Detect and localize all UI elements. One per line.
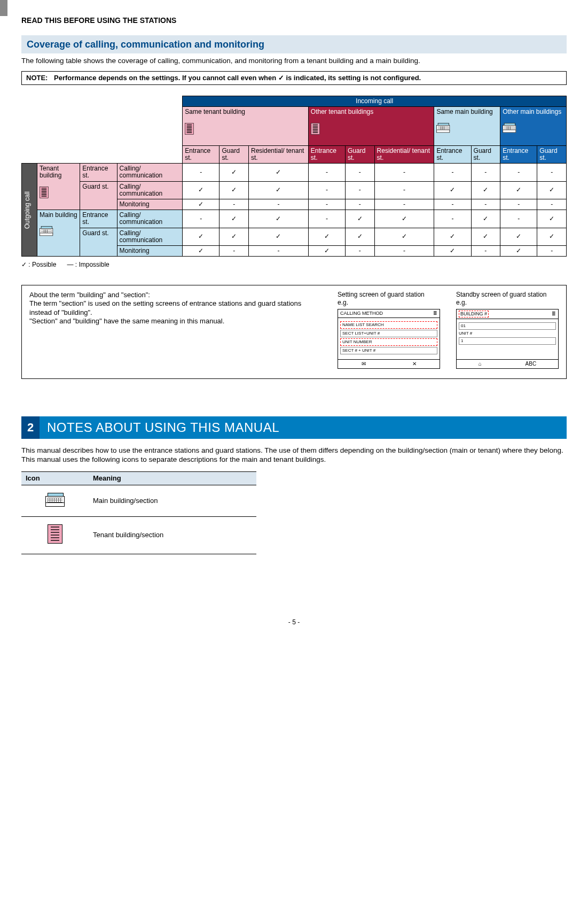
coverage-table: Incoming call Same tenant building Other… <box>21 96 567 257</box>
col-head: Entrance st. <box>434 145 471 163</box>
cell: - <box>308 210 345 228</box>
action-label: Calling/ communication <box>117 228 183 245</box>
shot-row: 01 <box>459 322 556 330</box>
cell: - <box>537 245 567 256</box>
term-body: The term "section" is used on the settin… <box>29 299 322 317</box>
action-label: Calling/ communication <box>117 164 183 181</box>
cell: ✓ <box>537 181 567 199</box>
cell: ✓ <box>249 181 309 199</box>
home-icon: ⌂ <box>479 361 482 368</box>
shot-row: 1 <box>459 337 556 345</box>
intro-paragraph: The following table shows the coverage o… <box>21 57 567 66</box>
icon-cell <box>21 485 89 517</box>
tenant-building-icon <box>311 123 320 135</box>
cell: ✓ <box>537 210 567 228</box>
menu-icon: ≣ <box>552 311 556 317</box>
cell: - <box>374 199 434 210</box>
col-head: Guard st. <box>471 145 500 163</box>
group-same-main: Same main building <box>434 107 500 146</box>
origin-label: Main building <box>40 211 77 219</box>
group-other-tenant: Other tenant buildings <box>308 107 434 146</box>
cell: - <box>500 199 537 210</box>
shot-row: NAME LIST SEARCH <box>340 321 437 329</box>
cell: ✓ <box>219 164 249 181</box>
station-label: Entrance st. <box>80 164 117 181</box>
close-icon: ✕ <box>412 361 417 368</box>
cell: - <box>374 181 434 199</box>
eg-label: e.g. <box>338 299 348 306</box>
main-building-icon <box>503 123 516 133</box>
th-meaning: Meaning <box>89 471 256 485</box>
cell: - <box>471 164 500 181</box>
cell: ✓ <box>308 245 345 256</box>
station-label: Guard st. <box>80 228 117 257</box>
shot-row: SECT # + UNIT # <box>340 347 437 354</box>
shot2-caption: Standby screen of guard station <box>456 291 559 299</box>
col-head: Residential/ tenant st. <box>249 145 309 163</box>
meaning-cell: Main building/section <box>89 485 256 517</box>
cell: - <box>434 199 471 210</box>
cell: ✓ <box>471 181 500 199</box>
shot1-caption: Setting screen of guard station <box>338 291 440 299</box>
cell: ✓ <box>374 210 434 228</box>
shot-title: CALLING METHOD <box>340 311 383 316</box>
cell: ✓ <box>471 210 500 228</box>
cell: ✓ <box>219 210 249 228</box>
action-label: Calling/ communication <box>117 181 183 199</box>
main-building-icon <box>45 493 65 507</box>
term-body: "Section" and "building" have the same m… <box>29 317 322 326</box>
cell: ✓ <box>471 228 500 245</box>
cell: ✓ <box>500 228 537 245</box>
legend-impossible: — : Impossible <box>67 261 109 268</box>
shot-row: UNIT # <box>459 331 556 336</box>
tenant-building-icon <box>40 187 49 198</box>
incoming-header: Incoming call <box>183 96 567 107</box>
cell: - <box>249 245 309 256</box>
legend: ✓ : Possible — : Impossible <box>21 261 567 269</box>
cell: ✓ <box>183 181 219 199</box>
setting-screen-mock: CALLING METHOD≣ NAME LIST SEARCH SECT LI… <box>338 309 440 369</box>
cell: ✓ <box>183 245 219 256</box>
cell: - <box>308 181 345 199</box>
shot-title: BUILDING # <box>459 311 489 318</box>
note-box: NOTE: Performance depends on the setting… <box>21 71 567 85</box>
standby-screen-mock: BUILDING #≣ 01 UNIT # 1 ⌂ ABC <box>456 309 559 369</box>
tenant-building-icon <box>185 123 194 135</box>
cell: ✓ <box>434 228 471 245</box>
note-text: Performance depends on the settings. If … <box>54 74 421 82</box>
cell: - <box>219 245 249 256</box>
th-icon: Icon <box>21 471 89 485</box>
cell: - <box>308 199 345 210</box>
cell: - <box>219 199 249 210</box>
col-head: Guard st. <box>219 145 249 163</box>
cell: ✓ <box>249 210 309 228</box>
cell: ✓ <box>500 181 537 199</box>
shot-row: UNIT NUMBER <box>340 338 437 346</box>
note-label: NOTE: <box>26 74 48 82</box>
cell: - <box>537 164 567 181</box>
group-label: Same tenant building <box>185 108 245 115</box>
cell: ✓ <box>374 228 434 245</box>
cell: - <box>537 199 567 210</box>
chapter-number: 2 <box>21 416 40 439</box>
cell: ✓ <box>249 228 309 245</box>
term-box: About the term "building" and "section":… <box>21 285 567 379</box>
eg-label: e.g. <box>456 299 467 306</box>
group-label: Other main buildings <box>503 108 561 115</box>
col-head: Entrance st. <box>500 145 537 163</box>
cell: - <box>374 245 434 256</box>
cell: - <box>471 245 500 256</box>
cell: - <box>346 164 375 181</box>
mail-icon: ✉ <box>362 361 366 368</box>
cell: ✓ <box>346 210 375 228</box>
cell: - <box>471 199 500 210</box>
cell: ✓ <box>500 245 537 256</box>
cell: ✓ <box>219 181 249 199</box>
cell: - <box>346 181 375 199</box>
group-label: Same main building <box>436 108 492 115</box>
cell: - <box>308 164 345 181</box>
legend-possible: ✓ : Possible <box>21 261 56 268</box>
cell: ✓ <box>434 181 471 199</box>
cell: - <box>500 164 537 181</box>
cell: ✓ <box>219 228 249 245</box>
